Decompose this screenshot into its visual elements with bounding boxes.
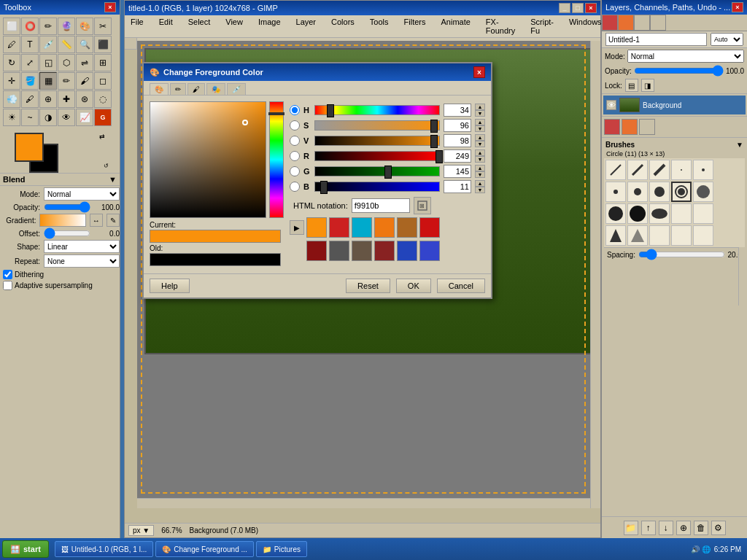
val-radio[interactable] [290,136,300,146]
swatch-2[interactable] [329,217,349,238]
swatch-11[interactable] [397,241,417,261]
hue-down-btn[interactable]: ▼ [475,110,485,117]
help-btn[interactable]: Help [150,279,190,293]
dialog-tab-pencil[interactable]: ✏ [170,83,186,95]
taskbar-items: 🖼 Untitled-1.0 (RGB, 1 l... 🎨 Change For… [55,541,685,557]
green-radio[interactable] [290,166,300,176]
hue-slider-row: H ▲ ▼ [290,104,485,117]
dialog-title-icon: 🎨 [150,68,160,77]
val-slider-bar[interactable] [314,136,440,146]
html-notation-input[interactable] [352,198,410,213]
sat-down-btn[interactable]: ▼ [475,125,485,132]
swatch-4[interactable] [374,217,395,238]
green-down-btn[interactable]: ▼ [475,171,485,178]
svg-text:⊞: ⊞ [419,203,425,209]
hue-radio[interactable] [290,105,300,115]
sat-radio[interactable] [290,120,300,131]
html-notation-label: HTML notation: [293,201,348,210]
dialog-title-area: 🎨 Change Foreground Color [150,68,263,77]
sat-input[interactable] [444,119,471,132]
taskbar-gimp-icon: 🖼 [61,545,69,553]
sat-slider-row: S ▲ ▼ [290,119,485,132]
blue-down-btn[interactable]: ▼ [475,187,485,193]
taskbar-system-icons: 🔊 🌐 [691,545,711,553]
red-radio[interactable] [290,151,300,161]
red-slider-thumb[interactable] [436,150,443,163]
blue-slider-thumb[interactable] [320,181,328,194]
taskbar-icon-network: 🌐 [702,545,711,553]
dialog-tab-watercolor[interactable]: 🎨 [150,83,169,95]
red-input[interactable] [444,149,471,163]
dialog-tab-eyedropper[interactable]: 💉 [227,83,246,95]
blue-input[interactable] [444,180,471,193]
taskbar-pictures-label: Pictures [274,545,301,553]
green-input[interactable] [444,165,471,178]
current-label: Current: [150,221,284,229]
blue-slider-bar[interactable] [314,182,440,192]
swatch-5[interactable] [397,217,417,238]
green-slider-thumb[interactable] [384,166,392,179]
val-arrow-btns: ▲ ▼ [475,134,485,147]
color-square[interactable] [150,101,266,218]
swatch-9[interactable] [352,241,372,261]
color-dialog: 🎨 Change Foreground Color × 🎨 ✏ 🖌 🎭 💉 [142,62,492,299]
taskbar-right: 🔊 🌐 6:26 PM [685,545,747,553]
swatches-scroll-btn[interactable]: ▶ [290,220,304,235]
green-label: G [303,167,311,176]
val-up-btn[interactable]: ▲ [475,134,485,141]
red-down-btn[interactable]: ▼ [475,156,485,163]
red-slider-bar[interactable] [314,151,440,161]
dialog-tab-bar: 🎨 ✏ 🖌 🎭 💉 [144,81,491,96]
dialog-close-btn[interactable]: × [473,66,485,78]
sat-up-btn[interactable]: ▲ [475,119,485,125]
swatch-1[interactable] [306,217,327,238]
hue-input[interactable] [444,104,471,117]
color-sliders: H ▲ ▼ S [290,101,485,268]
old-color-bar [150,253,281,266]
red-up-btn[interactable]: ▲ [475,149,485,156]
green-up-btn[interactable]: ▲ [475,165,485,171]
reset-btn[interactable]: Reset [346,279,390,293]
swatch-6[interactable] [419,217,440,238]
swatches-row-2 [290,241,485,261]
swatch-3[interactable] [352,217,372,238]
hue-strip[interactable] [269,101,284,218]
taskbar-item-pictures[interactable]: 📁 Pictures [256,541,307,557]
sat-slider-bar[interactable] [314,120,440,131]
hue-up-btn[interactable]: ▲ [475,104,485,110]
swatch-8[interactable] [329,241,349,261]
taskbar-gimp-label: Untitled-1.0 (RGB, 1 l... [71,545,147,553]
dialog-tab-brush[interactable]: 🖌 [187,83,205,95]
blue-up-btn[interactable]: ▲ [475,180,485,187]
hue-slider-thumb[interactable] [327,104,334,117]
taskbar-color-icon: 🎨 [162,545,171,553]
dialog-tab-palette[interactable]: 🎭 [206,83,225,95]
swatch-7[interactable] [306,241,327,261]
taskbar-item-gimp[interactable]: 🖼 Untitled-1.0 (RGB, 1 l... [55,541,153,557]
dialog-action-btns: Reset OK Cancel [346,279,485,293]
ok-btn[interactable]: OK [396,279,431,293]
blue-radio[interactable] [290,182,300,192]
hue-label: H [303,106,311,114]
taskbar: 🪟 start 🖼 Untitled-1.0 (RGB, 1 l... 🎨 Ch… [0,538,747,560]
color-picker-left: Current: Old: [150,101,284,268]
hue-slider-bar[interactable] [314,105,440,115]
sat-slider-thumb[interactable] [430,120,438,133]
swatches-area: ▶ [290,217,485,261]
dialog-body: Current: Old: H ▲ [144,96,491,273]
val-slider-thumb[interactable] [430,135,438,148]
blue-slider-row: B ▲ ▼ [290,180,485,193]
html-go-btn[interactable]: ⊞ [414,197,431,214]
green-slider-bar[interactable] [314,166,440,176]
start-button[interactable]: 🪟 start [2,540,49,558]
val-down-btn[interactable]: ▼ [475,141,485,147]
swatch-10[interactable] [374,241,395,261]
cancel-btn[interactable]: Cancel [437,279,485,293]
sat-label: S [303,121,311,130]
old-label: Old: [150,244,284,252]
green-arrow-btns: ▲ ▼ [475,165,485,178]
val-input[interactable] [444,134,471,147]
current-color-bar [150,230,281,243]
taskbar-item-color-dialog[interactable]: 🎨 Change Foreground ... [155,541,254,557]
swatch-12[interactable] [419,241,440,261]
